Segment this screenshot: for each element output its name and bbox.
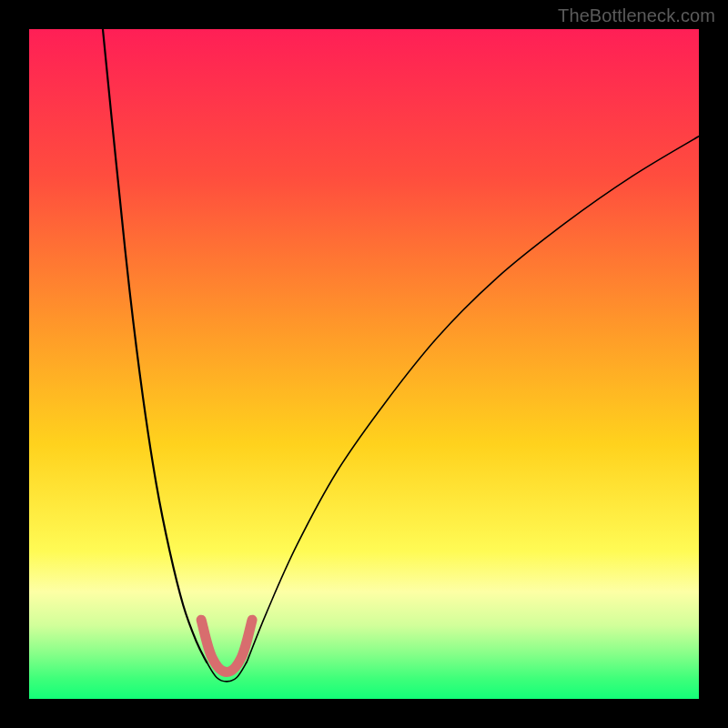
chart-svg	[29, 29, 699, 699]
chart-plot-area	[29, 29, 699, 699]
watermark-label: TheBottleneck.com	[558, 5, 715, 26]
chart-outer: TheBottleneck.com	[0, 0, 728, 728]
gradient-background	[29, 29, 699, 699]
